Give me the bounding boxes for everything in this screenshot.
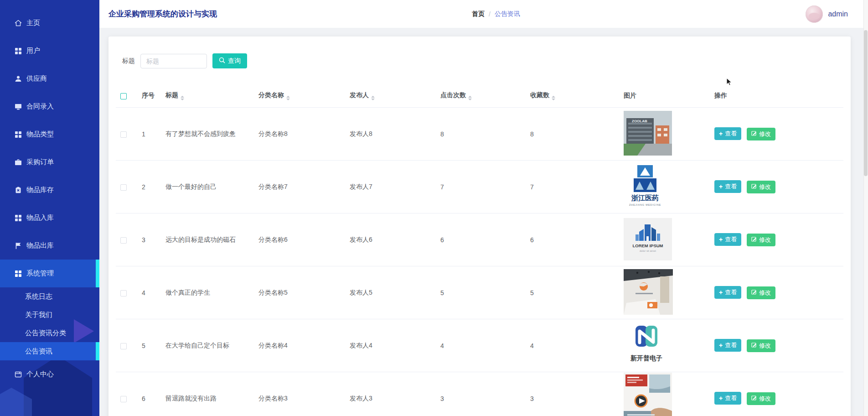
edit-icon: [751, 130, 757, 137]
row-checkbox[interactable]: [120, 131, 127, 138]
sidebar-item-item-inventory[interactable]: 物品库存: [0, 176, 99, 204]
cell-publisher: 发布人4: [346, 342, 436, 350]
column-header-favorites[interactable]: 收藏数: [526, 91, 620, 100]
cell-favorites: 5: [526, 289, 620, 296]
cell-index: 4: [138, 289, 161, 296]
row-image-xinkaipu-logo: 新开普电子: [624, 322, 669, 368]
sort-icon[interactable]: [552, 96, 555, 100]
row-checkbox[interactable]: [120, 343, 127, 349]
column-header-title[interactable]: 标题: [161, 91, 254, 100]
grid-icon: [15, 214, 22, 222]
sidebar-item-home[interactable]: 主页: [0, 9, 99, 37]
svg-text:dolor sit amet: dolor sit amet: [640, 250, 656, 252]
sort-icon[interactable]: [371, 96, 375, 100]
cell-index: 2: [138, 183, 161, 191]
edit-icon: [751, 236, 757, 243]
page-title: 企业采购管理系统的设计与实现: [108, 0, 217, 28]
column-header-publisher[interactable]: 发布人: [346, 91, 436, 100]
sidebar-subitem-about-us[interactable]: 关于我们: [0, 306, 99, 324]
sidebar-subitem-system-logs[interactable]: 系统日志: [0, 287, 99, 306]
cell-title: 在大学给自己定个目标: [161, 342, 254, 350]
view-button[interactable]: +查看: [714, 233, 741, 246]
flag-icon: [15, 242, 22, 250]
view-button[interactable]: +查看: [714, 339, 741, 352]
select-all-checkbox[interactable]: [120, 93, 127, 99]
view-button[interactable]: +查看: [714, 286, 741, 299]
sidebar-item-label: 个人中心: [26, 370, 54, 379]
content-card: 标题 查询 序号 标题 分类名称 发布人 点击次数 收藏数 图片 操作 1 有了…: [108, 36, 851, 416]
sidebar-subitem-label: 公告资讯: [25, 347, 52, 356]
sidebar-subitem-announcements[interactable]: 公告资讯: [0, 342, 99, 360]
sidebar-item-label: 供应商: [26, 74, 47, 83]
window-icon: [15, 371, 22, 378]
sidebar: 主页 用户 供应商 合同录入 物品类型 采购订单 物品库存 物品入库: [0, 0, 99, 416]
column-header-actions: 操作: [710, 92, 843, 100]
row-checkbox[interactable]: [120, 184, 127, 191]
sidebar-subitem-announcement-categories[interactable]: 公告资讯分类: [0, 324, 99, 342]
table-row: 1 有了梦想就不会感到疲惫 分类名称8 发布人8 8 8 ZOOLAB +查看: [116, 108, 843, 161]
row-checkbox[interactable]: [120, 396, 127, 402]
sidebar-item-item-inbound[interactable]: 物品入库: [0, 204, 99, 232]
username: admin: [828, 10, 848, 18]
sidebar-item-label: 系统管理: [26, 269, 54, 278]
view-button[interactable]: +查看: [714, 392, 741, 405]
box-icon: [15, 187, 22, 194]
cell-index: 5: [138, 342, 161, 349]
cell-index: 6: [138, 395, 161, 402]
edit-button[interactable]: 修改: [747, 128, 775, 140]
cell-category: 分类名称3: [254, 395, 346, 403]
edit-button[interactable]: 修改: [747, 392, 775, 405]
edit-icon: [751, 342, 757, 349]
row-image-reception-photo: [624, 269, 673, 315]
view-button[interactable]: +查看: [714, 180, 741, 193]
cell-clicks: 8: [436, 130, 526, 138]
search-button[interactable]: 查询: [212, 53, 247, 68]
grid-icon: [15, 270, 22, 277]
avatar[interactable]: [806, 5, 823, 23]
cell-clicks: 7: [436, 183, 526, 191]
sidebar-item-item-outbound[interactable]: 物品出库: [0, 232, 99, 260]
view-button[interactable]: +查看: [714, 127, 741, 140]
cell-index: 3: [138, 236, 161, 244]
sidebar-item-label: 物品类型: [26, 130, 54, 139]
row-checkbox[interactable]: [120, 290, 127, 296]
sidebar-item-system-management[interactable]: 系统管理: [0, 260, 99, 287]
sidebar-item-users[interactable]: 用户: [0, 37, 99, 65]
column-header-clicks[interactable]: 点击次数: [436, 91, 526, 100]
row-checkbox[interactable]: [120, 237, 127, 244]
plus-icon: +: [719, 289, 723, 296]
sidebar-item-purchase-orders[interactable]: 采购订单: [0, 148, 99, 176]
column-header-category[interactable]: 分类名称: [254, 91, 346, 100]
scrollbar-thumb[interactable]: [864, 30, 868, 176]
sort-icon[interactable]: [181, 96, 184, 100]
sidebar-submenu: 系统日志 关于我们 公告资讯分类 公告资讯: [0, 287, 99, 360]
cell-publisher: 发布人5: [346, 289, 436, 297]
plus-icon: +: [719, 236, 723, 243]
sidebar-item-item-types[interactable]: 物品类型: [0, 120, 99, 148]
cell-publisher: 发布人7: [346, 183, 436, 191]
monitor-icon: [15, 103, 22, 110]
sidebar-item-suppliers[interactable]: 供应商: [0, 65, 99, 93]
sidebar-item-label: 合同录入: [26, 102, 54, 111]
cell-clicks: 4: [436, 342, 526, 349]
top-header: 企业采购管理系统的设计与实现 首页 / 公告资讯 admin: [99, 0, 868, 28]
user-menu[interactable]: admin: [806, 0, 848, 28]
edit-button[interactable]: 修改: [747, 181, 775, 193]
sort-icon[interactable]: [286, 96, 290, 100]
cell-favorites: 8: [526, 130, 620, 138]
sidebar-item-label: 物品库存: [26, 186, 54, 194]
cell-title: 做一个最好的自己: [161, 183, 254, 191]
plus-icon: +: [719, 183, 723, 190]
sidebar-item-personal-center[interactable]: 个人中心: [0, 360, 99, 388]
search-button-label: 查询: [228, 57, 241, 65]
scrollbar-track[interactable]: [863, 0, 868, 416]
edit-button[interactable]: 修改: [747, 286, 775, 299]
sidebar-subitem-label: 关于我们: [25, 311, 52, 319]
cell-category: 分类名称6: [254, 236, 346, 244]
breadcrumb-home[interactable]: 首页: [472, 10, 485, 18]
sort-icon[interactable]: [468, 96, 472, 100]
search-input[interactable]: [140, 54, 207, 68]
edit-button[interactable]: 修改: [747, 339, 775, 352]
edit-button[interactable]: 修改: [747, 234, 775, 246]
sidebar-item-contract-entry[interactable]: 合同录入: [0, 93, 99, 120]
